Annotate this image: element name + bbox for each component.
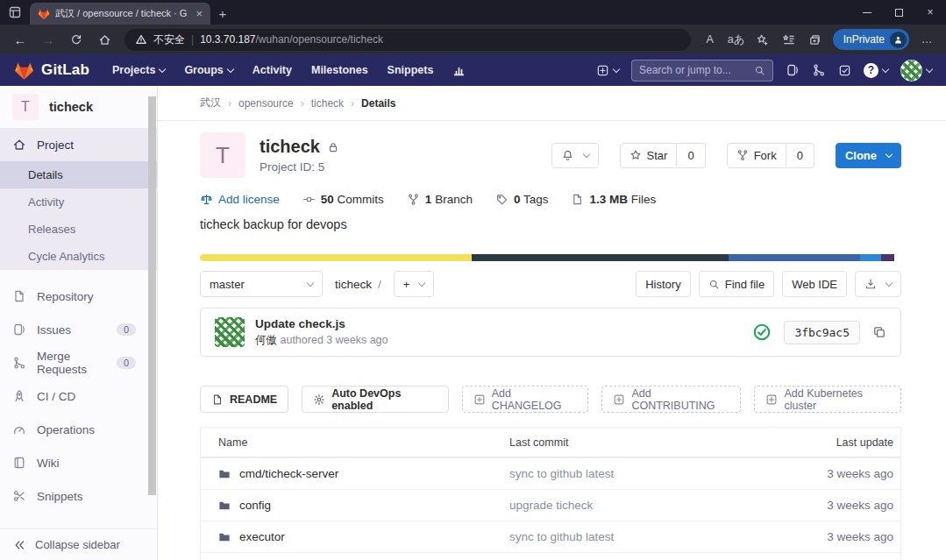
add-file-button[interactable]: + <box>394 271 435 297</box>
find-file-button[interactable]: Find file <box>699 271 775 297</box>
readme-button[interactable]: README <box>200 386 288 413</box>
commit-message-link[interactable]: sync to github latest <box>509 467 769 480</box>
charts-icon[interactable] <box>444 64 474 77</box>
sidebar-item-releases[interactable]: Releases <box>0 216 157 243</box>
commit-sha[interactable]: 3fbc9ac5 <box>784 321 860 344</box>
branches-link[interactable]: 1 Branch <box>407 193 473 206</box>
browser-menu-icon[interactable]: … <box>914 27 939 52</box>
nav-snippets[interactable]: Snippets <box>379 64 443 76</box>
sidebar-item-issues[interactable]: Issues 0 <box>0 313 157 346</box>
nav-milestones[interactable]: Milestones <box>302 64 377 76</box>
auto-devops-button[interactable]: Auto DevOps enabled <box>302 386 449 413</box>
sidebar-item-project[interactable]: Project <box>0 128 157 161</box>
chevron-down-icon <box>307 280 314 287</box>
sidebar-item-cycle-analytics[interactable]: Cycle Analytics <box>0 243 157 270</box>
add-kubernetes-button[interactable]: Add Kubernetes cluster <box>754 386 901 413</box>
history-button[interactable]: History <box>636 271 690 297</box>
chevron-down-icon <box>582 151 589 158</box>
star-button[interactable]: Star <box>620 143 678 168</box>
browser-titlebar: 武汉 / opensource / ticheck · Git × + × <box>0 0 946 25</box>
table-row[interactable]: cmd/ticheck-server sync to github latest… <box>201 457 900 489</box>
files-link[interactable]: 1.3 MB Files <box>571 193 656 206</box>
nav-projects[interactable]: Projects <box>103 64 174 76</box>
add-favorite-icon[interactable] <box>750 27 775 52</box>
maximize-button[interactable] <box>883 0 914 25</box>
read-aloud-icon[interactable]: A <box>698 27 722 52</box>
copy-icon[interactable] <box>872 325 886 339</box>
sidebar-item-snippets[interactable]: Snippets <box>0 479 157 513</box>
search-input[interactable] <box>639 64 754 76</box>
table-row[interactable]: internal sync to github latest 3 weeks a… <box>201 552 900 560</box>
chevron-down-icon <box>886 280 893 287</box>
fork-count[interactable]: 0 <box>786 143 814 168</box>
table-row[interactable]: config upgrade ticheck 3 weeks ago <box>201 489 900 521</box>
nav-activity[interactable]: Activity <box>244 64 301 76</box>
commits-link[interactable]: 50 Commits <box>302 193 384 206</box>
collapse-sidebar-button[interactable]: Collapse sidebar <box>0 528 157 560</box>
star-icon <box>629 149 642 161</box>
gitlab-logo-icon <box>14 60 34 81</box>
scissors-icon <box>12 489 26 503</box>
inprivate-badge[interactable]: InPrivate <box>833 29 909 50</box>
pipeline-passed-icon[interactable] <box>752 323 772 342</box>
language-segment <box>881 254 894 261</box>
star-count[interactable]: 0 <box>677 143 705 168</box>
new-tab-button[interactable]: + <box>210 3 235 25</box>
sidebar-item-operations[interactable]: Operations <box>0 413 157 446</box>
file-icon <box>211 393 224 406</box>
refresh-icon[interactable] <box>63 27 89 52</box>
back-icon[interactable]: ← <box>7 27 33 52</box>
add-license-link[interactable]: Add license <box>200 193 280 206</box>
url-bar[interactable]: 不安全 | 10.3.70.187/wuhan/opensource/tiche… <box>124 29 691 51</box>
tab-close-icon[interactable]: × <box>193 7 205 20</box>
gear-icon <box>313 393 325 406</box>
fork-button[interactable]: Fork <box>727 143 786 168</box>
gitlab-brand[interactable]: GitLab <box>14 60 89 81</box>
commit-message-link[interactable]: sync to github latest <box>509 530 769 543</box>
breadcrumb-project[interactable]: ticheck <box>311 97 344 110</box>
download-button[interactable] <box>855 271 901 297</box>
nav-groups[interactable]: Groups <box>175 64 241 76</box>
sidebar-item-activity[interactable]: Activity <box>0 188 157 216</box>
sidebar-item-repository[interactable]: Repository <box>0 280 157 313</box>
sidebar-item-details[interactable]: Details <box>0 161 157 188</box>
translate-icon[interactable]: aあ <box>724 27 749 52</box>
web-ide-button[interactable]: Web IDE <box>782 271 847 297</box>
close-button[interactable]: × <box>914 0 946 25</box>
project-sidebar: T ticheck Project Details Activity Relea… <box>0 86 158 560</box>
sidebar-item-ci-cd[interactable]: CI / CD <box>0 379 157 413</box>
branch-selector[interactable]: master <box>200 271 323 297</box>
project-title-block: ticheck Project ID: 5 <box>260 137 339 174</box>
help-menu[interactable]: ? <box>864 63 888 78</box>
breadcrumb-subgroup[interactable]: opensource <box>238 97 294 110</box>
sidebar-project-context[interactable]: T ticheck <box>0 86 157 128</box>
notification-button[interactable] <box>551 143 599 168</box>
sidebar-item-wiki[interactable]: Wiki <box>0 446 157 479</box>
add-changelog-button[interactable]: Add CHANGELOG <box>462 386 589 413</box>
favorites-bar-icon[interactable] <box>777 27 801 52</box>
tab-workspaces-icon[interactable] <box>0 0 30 25</box>
commit-title-link[interactable]: Update check.js <box>255 317 388 330</box>
sidebar-scrollbar[interactable] <box>148 96 156 495</box>
language-bar[interactable] <box>200 254 901 261</box>
commit-author-link[interactable]: 何傲 <box>255 334 277 346</box>
global-search[interactable] <box>631 60 773 82</box>
browser-tab[interactable]: 武汉 / opensource / ticheck · Git × <box>30 3 210 25</box>
clone-button[interactable]: Clone <box>836 143 901 168</box>
user-menu[interactable] <box>900 60 932 82</box>
collections-icon[interactable] <box>803 27 828 52</box>
breadcrumb-group[interactable]: 武汉 <box>200 96 221 110</box>
issues-icon[interactable] <box>786 63 800 77</box>
new-menu-button[interactable] <box>596 64 619 77</box>
add-contributing-button[interactable]: Add CONTRIBUTING <box>601 386 741 413</box>
todos-icon[interactable] <box>838 64 851 77</box>
tags-link[interactable]: 0 Tags <box>495 193 549 206</box>
minimize-button[interactable] <box>851 0 883 25</box>
repo-path-project[interactable]: ticheck <box>335 278 372 291</box>
home-icon[interactable] <box>91 27 117 52</box>
merge-requests-icon[interactable] <box>812 63 826 77</box>
file-icon <box>571 193 584 206</box>
commit-message-link[interactable]: upgrade ticheck <box>509 499 769 512</box>
table-row[interactable]: executor sync to github latest 3 weeks a… <box>201 521 900 552</box>
sidebar-item-merge-requests[interactable]: Merge Requests 0 <box>0 346 157 379</box>
